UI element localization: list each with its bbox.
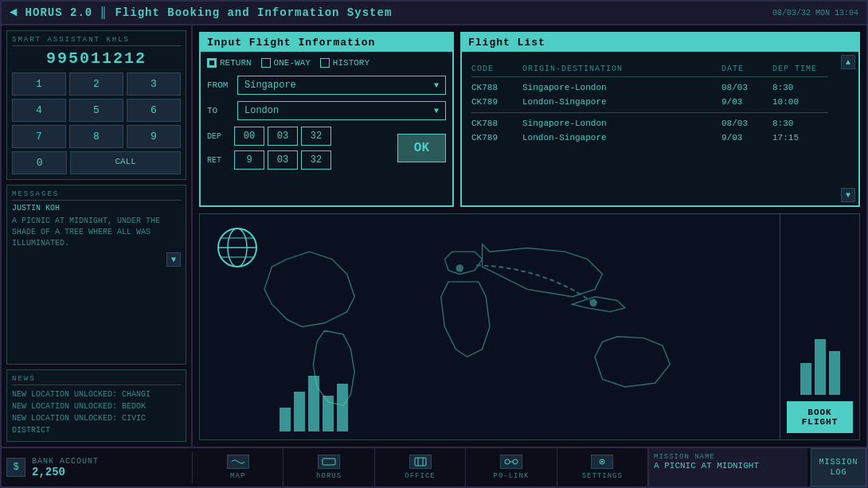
- col-date: DATE: [721, 64, 769, 73]
- from-label: FROM: [207, 80, 231, 90]
- assistant-number: 995011212: [12, 49, 181, 68]
- key-9[interactable]: 9: [127, 125, 181, 148]
- ret-day-input[interactable]: 9: [234, 150, 264, 170]
- dep-row: DEP 00 03 32: [207, 127, 331, 146]
- key-1[interactable]: 1: [12, 72, 66, 96]
- office-tab-icon: [409, 455, 432, 469]
- settings-tab-icon: [591, 455, 613, 469]
- messages-panel-label: MESSAGES: [12, 190, 181, 201]
- bank-label: BANK ACCOUNT: [32, 457, 99, 466]
- row1-route: Singapore-London: [522, 83, 718, 92]
- key-2[interactable]: 2: [69, 72, 123, 96]
- nav-tab-horus[interactable]: hORUS: [283, 448, 374, 486]
- bar-5: [337, 384, 348, 431]
- radio-one-way[interactable]: ONE-WAY: [261, 58, 311, 68]
- nav-tab-settings[interactable]: SETTINGS: [557, 448, 648, 486]
- ret-year-input[interactable]: 32: [301, 150, 331, 170]
- key-3[interactable]: 3: [127, 72, 181, 96]
- radio-return[interactable]: RETURN: [207, 58, 252, 68]
- bar-3: [308, 376, 319, 431]
- dep-label: DEP: [207, 132, 231, 141]
- from-input[interactable]: Singapore ▼: [237, 76, 446, 95]
- flight-input-panel: Input Flight Information RETURN ONE-WA: [199, 32, 454, 207]
- table-row[interactable]: CK788 Singapore-London 08/03 8:30: [471, 80, 828, 95]
- news-item-2: NEW LOCATION UNLOCKED: BEDOK: [12, 400, 181, 412]
- call-button[interactable]: CALL: [70, 151, 181, 174]
- left-sidebar: SMART ASSISTANT KHLS 995011212 1 2 3 4 5…: [2, 25, 193, 447]
- col-origin-dest: ORIGIN-DESTINATION: [522, 64, 718, 73]
- row3-route: Singapore-London: [522, 119, 718, 128]
- bar-2: [294, 392, 305, 431]
- row4-route: London-Singapore: [522, 133, 718, 142]
- nav-tab-settings-label: SETTINGS: [582, 472, 623, 480]
- from-dropdown-arrow-icon: ▼: [434, 81, 439, 90]
- news-item-1: NEW LOCATION UNLOCKED: CHANGI: [12, 388, 181, 400]
- radio-history-label: HISTORY: [333, 58, 369, 68]
- bottom-nav: $ BANK ACCOUNT 2,250 MAP: [2, 447, 866, 486]
- ok-button[interactable]: OK: [397, 134, 446, 162]
- flight-list-scroll-up[interactable]: ▲: [841, 55, 855, 69]
- message-scroll-down[interactable]: ▼: [166, 252, 181, 267]
- key-6[interactable]: 6: [127, 99, 181, 122]
- flight-list-scroll: ▲ ▼: [838, 52, 858, 205]
- keypad: 1 2 3 4 5 6 7 8 9: [12, 72, 181, 148]
- nav-tab-po-link-label: P0-LINK: [494, 472, 530, 480]
- nav-tab-office[interactable]: OFFICE: [375, 448, 466, 486]
- ret-row: RET 9 03 32: [207, 150, 331, 170]
- flight-input-panel-header: Input Flight Information: [201, 33, 452, 52]
- svg-rect-7: [323, 459, 335, 465]
- dep-month-input[interactable]: 03: [268, 127, 298, 146]
- from-value: Singapore: [244, 80, 296, 91]
- key-5[interactable]: 5: [69, 99, 123, 122]
- radio-history[interactable]: HISTORY: [320, 58, 369, 68]
- table-row[interactable]: CK789 London-Singapore 9/03 10:00: [471, 95, 828, 109]
- map-right-panel: BOOK FLIGHT: [780, 214, 859, 439]
- message-content: A PICNIC AT MIDNIGHT, UNDER THE SHADE OF…: [12, 216, 181, 249]
- flight-table: CODE ORIGIN-DESTINATION DATE DEP TIME CK…: [467, 57, 833, 150]
- to-label: TO: [207, 106, 231, 115]
- radio-row: RETURN ONE-WAY HISTORY: [207, 58, 446, 68]
- table-divider: [471, 112, 828, 113]
- key-4[interactable]: 4: [12, 99, 66, 122]
- row4-dep-time: 17:15: [772, 133, 828, 142]
- horus-tab-icon: [318, 455, 340, 469]
- flight-list-body: CODE ORIGIN-DESTINATION DATE DEP TIME CK…: [462, 52, 858, 205]
- mission-log-button[interactable]: MISSION LOG: [811, 448, 866, 486]
- flight-list-scroll-down[interactable]: ▼: [841, 188, 855, 202]
- bank-account-section: $ BANK ACCOUNT 2,250: [2, 452, 193, 483]
- to-input[interactable]: London ▼: [237, 101, 446, 120]
- bottom-right-section: MISSION NAME A PICNIC AT MIDNIGHT MISSIO…: [648, 448, 866, 486]
- message-scroll-controls: ▼: [12, 252, 181, 267]
- map-area: [200, 214, 780, 439]
- messages-panel: MESSAGES JUSTIN KOH A PICNIC AT MIDNIGHT…: [6, 185, 186, 365]
- table-header: CODE ORIGIN-DESTINATION DATE DEP TIME: [471, 61, 828, 77]
- map-bar-right-3: [829, 351, 840, 395]
- radio-history-box[interactable]: [320, 58, 330, 68]
- right-area: Input Flight Information RETURN ONE-WA: [193, 25, 866, 447]
- key-8[interactable]: 8: [69, 125, 123, 148]
- dep-year-input[interactable]: 32: [301, 127, 331, 146]
- table-row[interactable]: CK789 London-Singapore 9/03 17:15: [471, 131, 828, 145]
- to-field-row: TO London ▼: [207, 101, 446, 120]
- map-bar-right-1: [800, 363, 811, 395]
- mission-panel: MISSION NAME A PICNIC AT MIDNIGHT: [648, 448, 807, 486]
- svg-point-12: [513, 459, 518, 464]
- bank-amount: 2,250: [32, 466, 99, 478]
- news-item-3: NEW LOCATION UNLOCKED: CIVIC DISTRICT: [12, 412, 181, 436]
- radio-return-label: RETURN: [220, 58, 252, 68]
- bank-info: BANK ACCOUNT 2,250: [32, 457, 99, 478]
- book-flight-button[interactable]: BOOK FLIGHT: [787, 401, 853, 433]
- dep-day-input[interactable]: 00: [234, 127, 264, 146]
- key-7[interactable]: 7: [12, 125, 66, 148]
- radio-return-box[interactable]: [207, 58, 217, 68]
- ret-month-input[interactable]: 03: [268, 150, 298, 170]
- radio-one-way-box[interactable]: [261, 58, 271, 68]
- nav-tab-po-link[interactable]: P0-LINK: [466, 448, 557, 486]
- table-row[interactable]: CK788 Singapore-London 08/03 8:30: [471, 116, 828, 131]
- key-0[interactable]: 0: [12, 151, 67, 174]
- assistant-panel-label: SMART ASSISTANT KHLS: [12, 36, 181, 46]
- bar-1: [280, 408, 291, 431]
- nav-tabs: MAP hORUS OFFICE: [193, 448, 648, 486]
- nav-tab-map[interactable]: MAP: [193, 448, 283, 486]
- row3-dep-time: 8:30: [772, 119, 828, 128]
